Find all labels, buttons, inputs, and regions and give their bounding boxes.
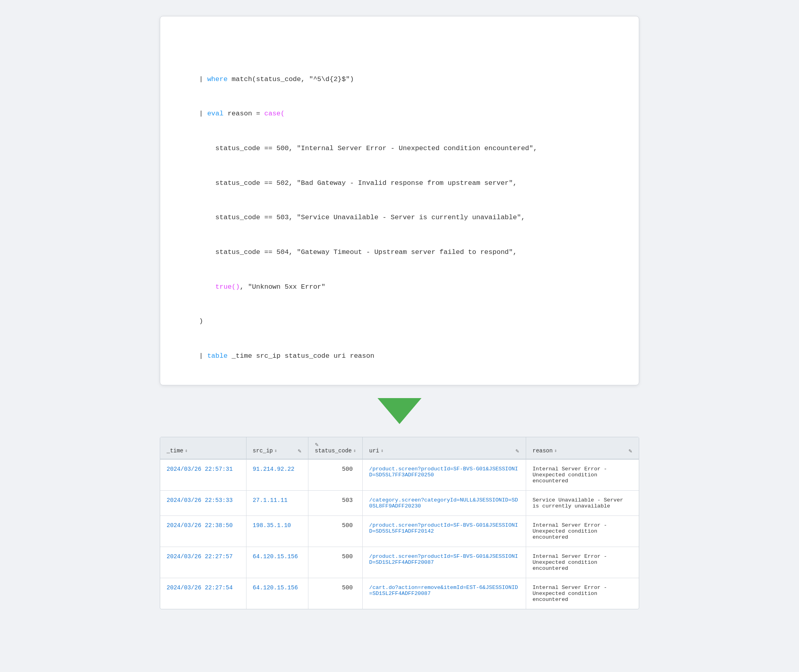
cell-uri-1: /category.screen?categoryId=NULL&JSESSIO… <box>363 490 526 515</box>
sort-icon-uri[interactable]: ⇕ <box>381 448 384 453</box>
sort-icon-reason[interactable]: ⇕ <box>554 448 557 453</box>
arrow-container <box>160 385 639 437</box>
edit-icon-uri[interactable]: ✎ <box>515 448 519 454</box>
cell-status-1: 503 <box>308 490 363 515</box>
th-status-code: ✎ status_code ⇕ <box>308 437 363 459</box>
cell-uri-3: /product.screen?productId=SF-BVS-G01&JSE… <box>363 547 526 578</box>
code-line-4: status_code == 500, "Internal Server Err… <box>175 131 624 166</box>
cell-time-1: 2024/03/26 22:53:33 <box>160 490 246 515</box>
table-row: 2024/03/26 22:27:54 64.120.15.156 500 /c… <box>160 578 639 609</box>
table-header-row: _time ⇕ src_ip ⇕ ✎ <box>160 437 639 459</box>
down-arrow-icon <box>378 398 421 424</box>
cell-reason-1: Service Unavailable - Server is currentl… <box>526 490 639 515</box>
cell-ip-1: 27.1.11.11 <box>246 490 308 515</box>
code-line-1 <box>175 28 624 62</box>
cell-time-4: 2024/03/26 22:27:54 <box>160 578 246 609</box>
edit-icon-reason[interactable]: ✎ <box>628 448 632 454</box>
cell-time-2: 2024/03/26 22:38:50 <box>160 515 246 547</box>
code-line-5: status_code == 502, "Bad Gateway - Inval… <box>175 166 624 201</box>
edit-icon-ip[interactable]: ✎ <box>298 448 302 454</box>
page-container: | where match(status_code, "^5\d{2}$") |… <box>160 16 639 609</box>
code-line-9: ) <box>175 304 624 339</box>
sort-icon-ip[interactable]: ⇕ <box>274 448 277 453</box>
cell-status-3: 500 <box>308 547 363 578</box>
th-uri: uri ⇕ ✎ <box>363 437 526 459</box>
results-table-container: _time ⇕ src_ip ⇕ ✎ <box>160 437 639 609</box>
code-line-3: | eval reason = case( <box>175 97 624 131</box>
code-line-8: true(), "Unknown 5xx Error" <box>175 270 624 305</box>
cell-time-3: 2024/03/26 22:27:57 <box>160 547 246 578</box>
cell-uri-4: /cart.do?action=remove&itemId=EST-6&JSES… <box>363 578 526 609</box>
sort-icon-status[interactable]: ⇕ <box>353 448 356 453</box>
cell-ip-2: 198.35.1.10 <box>246 515 308 547</box>
th-reason: reason ⇕ ✎ <box>526 437 639 459</box>
th-time: _time ⇕ <box>160 437 246 459</box>
edit-icon-status[interactable]: ✎ <box>315 442 319 448</box>
cell-reason-3: Internal Server Error - Unexpected condi… <box>526 547 639 578</box>
th-src-ip: src_ip ⇕ ✎ <box>246 437 308 459</box>
cell-uri-0: /product.screen?productId=SF-BVS-G01&JSE… <box>363 459 526 491</box>
cell-uri-2: /product.screen?productId=SF-BVS-G01&JSE… <box>363 515 526 547</box>
code-line-6: status_code == 503, "Service Unavailable… <box>175 200 624 235</box>
table-row: 2024/03/26 22:57:31 91.214.92.22 500 /pr… <box>160 459 639 491</box>
code-line-2: | where match(status_code, "^5\d{2}$") <box>175 62 624 97</box>
code-block: | where match(status_code, "^5\d{2}$") |… <box>160 16 639 385</box>
table-row: 2024/03/26 22:27:57 64.120.15.156 500 /p… <box>160 547 639 578</box>
cell-reason-4: Internal Server Error - Unexpected condi… <box>526 578 639 609</box>
cell-ip-4: 64.120.15.156 <box>246 578 308 609</box>
table-row: 2024/03/26 22:53:33 27.1.11.11 503 /cate… <box>160 490 639 515</box>
sort-icon-time[interactable]: ⇕ <box>185 448 188 453</box>
code-line-7: status_code == 504, "Gateway Timeout - U… <box>175 235 624 270</box>
table-body: 2024/03/26 22:57:31 91.214.92.22 500 /pr… <box>160 459 639 609</box>
cell-reason-0: Internal Server Error - Unexpected condi… <box>526 459 639 491</box>
cell-time-0: 2024/03/26 22:57:31 <box>160 459 246 491</box>
cell-ip-0: 91.214.92.22 <box>246 459 308 491</box>
code-line-10: | table _time src_ip status_code uri rea… <box>175 339 624 374</box>
cell-status-0: 500 <box>308 459 363 491</box>
table-row: 2024/03/26 22:38:50 198.35.1.10 500 /pro… <box>160 515 639 547</box>
results-table: _time ⇕ src_ip ⇕ ✎ <box>160 437 639 609</box>
cell-ip-3: 64.120.15.156 <box>246 547 308 578</box>
cell-status-2: 500 <box>308 515 363 547</box>
cell-status-4: 500 <box>308 578 363 609</box>
cell-reason-2: Internal Server Error - Unexpected condi… <box>526 515 639 547</box>
